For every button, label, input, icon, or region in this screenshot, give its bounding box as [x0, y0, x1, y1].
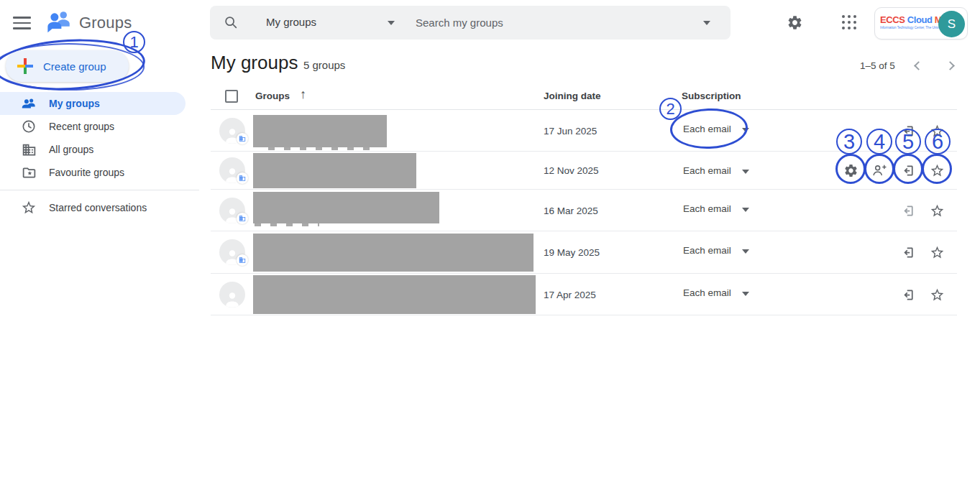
joining-date: 16 Mar 2025	[544, 205, 598, 216]
star-group-icon[interactable]	[928, 162, 945, 179]
brand-word-eccs: ECCS	[880, 14, 905, 25]
create-group-label: Create group	[43, 60, 106, 73]
sidebar-item-label: Starred conversations	[49, 202, 147, 213]
joining-date: 17 Jun 2025	[544, 126, 597, 137]
joining-date: 17 Apr 2025	[544, 290, 596, 300]
redacted-group-name	[253, 115, 387, 147]
subscription-caret-icon[interactable]	[742, 170, 749, 174]
search-icon	[223, 14, 239, 33]
leave-group-icon[interactable]	[899, 202, 917, 219]
sidebar-item-starred-conversations[interactable]: Starred conversations	[0, 196, 186, 219]
search-options-caret-icon[interactable]	[703, 21, 710, 25]
sidebar-item-all-groups[interactable]: All groups	[0, 138, 186, 161]
star-icon	[20, 199, 37, 216]
pagination-range: 1–5 of 5	[860, 60, 895, 71]
page-title: My groups	[211, 52, 298, 74]
domain-icon	[20, 141, 37, 158]
leave-group-icon[interactable]	[899, 244, 917, 261]
table-row[interactable]: 17 Apr 2025 Each email	[211, 274, 957, 315]
organization-badge-icon	[237, 133, 248, 144]
subscription-caret-icon[interactable]	[742, 128, 749, 132]
user-avatar[interactable]: S	[938, 11, 965, 37]
groups-logo-icon	[46, 9, 73, 36]
pagination-next-icon[interactable]	[943, 57, 960, 74]
column-groups[interactable]: Groups	[255, 91, 290, 101]
brand-subtext: Information Technology Center, The Unive…	[880, 26, 940, 29]
sort-ascending-icon[interactable]: ↑	[300, 87, 306, 102]
redacted-group-name	[253, 153, 416, 188]
star-group-icon[interactable]	[928, 244, 945, 261]
create-group-button[interactable]: Create group	[6, 50, 129, 82]
sidebar-item-label: Favourite groups	[49, 167, 124, 178]
folder-star-icon	[20, 164, 37, 181]
joining-date: 19 May 2025	[544, 247, 600, 258]
joining-date: 12 Nov 2025	[544, 165, 599, 176]
sidebar-item-recent-groups[interactable]: Recent groups	[0, 115, 186, 138]
brand-word-cloud: Cloud	[907, 14, 933, 25]
account-card: ECCS Cloud Mail Information Technology C…	[874, 7, 968, 40]
redacted-group-name	[253, 192, 439, 223]
sidebar-divider	[0, 190, 199, 190]
redacted-group-name	[253, 275, 536, 314]
sidebar-item-label: My groups	[49, 98, 100, 109]
organization-badge-icon	[237, 172, 248, 184]
subscription-caret-icon[interactable]	[742, 292, 749, 296]
star-group-icon[interactable]	[928, 286, 945, 303]
scope-caret-icon[interactable]	[388, 21, 395, 25]
table-row[interactable]: 19 May 2025 Each email	[211, 231, 957, 274]
google-plus-icon	[17, 58, 33, 74]
eccs-brand: ECCS Cloud Mail Information Technology C…	[880, 14, 940, 29]
hamburger-menu-icon[interactable]	[13, 14, 33, 32]
organization-badge-icon	[237, 254, 248, 266]
subscription-caret-icon[interactable]	[742, 249, 749, 254]
search-input[interactable]	[416, 11, 689, 34]
leave-group-icon[interactable]	[899, 122, 917, 139]
people-icon	[20, 95, 37, 112]
group-avatar	[219, 282, 245, 308]
redacted-text-remnant	[268, 147, 376, 150]
search-scope-selector[interactable]: My groups	[266, 16, 316, 28]
subscription-caret-icon[interactable]	[742, 208, 749, 212]
redacted-text-remnant	[255, 223, 319, 226]
apps-grid-icon[interactable]	[840, 13, 858, 32]
leave-group-icon[interactable]	[899, 286, 917, 303]
subscription-value[interactable]: Each email	[683, 287, 731, 298]
subscription-value[interactable]: Each email	[683, 203, 731, 214]
table-row[interactable]: 16 Mar 2025 Each email	[211, 190, 957, 231]
add-member-icon[interactable]	[871, 162, 888, 179]
star-group-icon[interactable]	[928, 202, 945, 219]
column-joining-date[interactable]: Joining date	[544, 91, 601, 101]
redacted-group-name	[253, 234, 533, 272]
settings-gear-icon[interactable]	[785, 13, 804, 32]
subscription-value[interactable]: Each email	[683, 245, 731, 256]
select-all-checkbox[interactable]	[225, 90, 238, 103]
pagination-prev-icon[interactable]	[908, 57, 925, 74]
organization-badge-icon	[237, 213, 248, 224]
group-count: 5 groups	[303, 59, 345, 71]
subscription-value[interactable]: Each email	[683, 124, 731, 134]
subscription-value[interactable]: Each email	[683, 165, 731, 176]
sidebar-item-my-groups[interactable]: My groups	[0, 92, 186, 115]
groups-logo: Groups	[46, 9, 132, 36]
group-settings-icon[interactable]	[842, 162, 859, 179]
search-bar[interactable]: My groups	[210, 6, 731, 40]
sidebar-item-label: Recent groups	[49, 121, 114, 132]
app-title: Groups	[79, 14, 132, 32]
table-row[interactable]: 17 Jun 2025 Each email	[211, 110, 957, 152]
sidebar-item-favourite-groups[interactable]: Favourite groups	[0, 161, 186, 184]
star-group-icon[interactable]	[928, 122, 945, 139]
clock-icon	[20, 118, 37, 135]
table-header: Groups ↑ Joining date Subscription	[211, 86, 957, 110]
leave-group-icon[interactable]	[899, 162, 917, 179]
table-row[interactable]: 12 Nov 2025 Each email	[211, 152, 957, 190]
column-subscription[interactable]: Subscription	[682, 91, 741, 101]
sidebar-item-label: All groups	[49, 144, 93, 155]
